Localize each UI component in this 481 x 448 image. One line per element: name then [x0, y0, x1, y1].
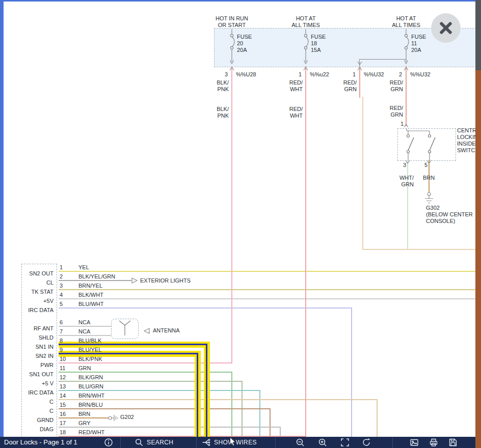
hot-feed-label: HOT AT ALL TIMES [278, 15, 334, 29]
connector-arrow-icon [229, 67, 234, 71]
connector-signal-label: +5 V [20, 380, 54, 387]
wire-segment [59, 326, 116, 327]
wire-name: BRN [78, 411, 90, 417]
wire-segment [59, 307, 352, 309]
wire-color-label: RED/ GRN [381, 105, 403, 118]
wire-segment [59, 390, 260, 391]
connector-signal-label: SN1 OUT [20, 371, 54, 378]
junction-connector-name: %%U28 [236, 71, 256, 78]
pin-number: 17 [60, 420, 66, 427]
fit-screen-icon[interactable] [340, 438, 350, 447]
switch-pin-number: 3 [395, 162, 406, 169]
wire-segment [259, 390, 260, 437]
connector-signal-label: IRC DATA [20, 389, 54, 396]
junction-pin-number: 3 [216, 71, 228, 78]
wire-segment [362, 249, 475, 250]
info-icon[interactable] [104, 438, 113, 447]
wire-name: BRN/BLU [78, 402, 103, 408]
wire-segment [59, 289, 475, 290]
toolbar-divider [196, 437, 197, 447]
pin-number: 15 [60, 402, 66, 408]
connector-arrow-icon [303, 67, 308, 71]
junction-connector-name: %%u22 [310, 71, 329, 78]
pin-number: 3 [60, 283, 63, 289]
junction-pin-number: 1 [343, 71, 356, 78]
wire-segment [406, 66, 407, 126]
connector-signal-label: SN2 IN [20, 353, 54, 359]
hot-feed-label: HOT IN RUN OR START [204, 15, 260, 29]
g302-location-label: (BELOW CENTER CONSOLE) [426, 211, 473, 225]
wire-name: BLU/YEL [78, 347, 101, 353]
wire-name: BLK/PNK [78, 356, 102, 362]
wire-name: GRY [78, 420, 91, 427]
g302-label: G302 [426, 205, 440, 211]
fuse-icon [226, 28, 238, 66]
bottom-toolbar: Door Locks - Page 1 of 1 SEARCH SHOW WIR… [0, 437, 475, 448]
exterior-lights-label: EXTERIOR LIGHTS [140, 277, 191, 284]
antenna-arrow-icon [143, 327, 150, 334]
wire-segment [59, 271, 475, 272]
pin-number: 14 [60, 393, 66, 399]
toolbar-divider [120, 437, 121, 447]
save-icon[interactable] [448, 438, 458, 447]
junction-pin-number: 2 [390, 71, 402, 78]
connector-signal-label: SN2 OUT [20, 270, 54, 277]
wire-highlight-segment [206, 344, 207, 437]
fuse-icon [400, 28, 412, 66]
connector-arrow-icon [404, 124, 409, 128]
junction-connector-name: %%U32 [410, 71, 431, 78]
hot-feed-label: HOT AT ALL TIMES [378, 15, 434, 29]
wire-color-label: RED/ WHT [280, 106, 303, 119]
search-button[interactable]: SEARCH [147, 439, 173, 446]
wire-segment [59, 335, 116, 336]
wire-segment [280, 427, 281, 437]
wire-segment [231, 66, 232, 363]
pin-number: 2 [60, 273, 63, 280]
image-icon[interactable] [410, 438, 419, 447]
wire-segment [305, 66, 306, 437]
switch-symbol [398, 129, 456, 160]
switch-box [397, 128, 456, 161]
wire-name: BLU/BLK [78, 338, 101, 344]
right-strip[interactable] [475, 70, 481, 448]
zoom-out-icon[interactable] [296, 438, 305, 447]
wire-highlight-segment [197, 353, 198, 437]
wire-name: NCA [78, 319, 90, 326]
toolbar-divider [275, 437, 276, 447]
rotate-icon[interactable] [362, 438, 371, 447]
connector-signal-label: DIAG [20, 426, 54, 433]
search-icon[interactable] [135, 438, 144, 447]
wire-name: BRN/WHT [78, 393, 104, 399]
wire-color-label: RED/ GRN [381, 79, 403, 93]
connector-signal-label: +5V [20, 298, 54, 304]
connector-signal-label: RF ANT [20, 325, 54, 332]
wire-segment [407, 160, 408, 249]
exterior-lights-arrow-icon [131, 277, 138, 284]
wire-color-label: BLK/ PNK [206, 106, 229, 119]
pin-number: 11 [60, 365, 65, 372]
pin-number: 1 [60, 264, 63, 271]
show-wires-icon[interactable] [202, 438, 211, 447]
wire-name: YEL [78, 264, 89, 271]
wire-name: BRN/YEL [78, 283, 102, 289]
right-strip-top [475, 0, 481, 70]
connector-signal-label: GRND [20, 417, 54, 424]
fuse-label: FUSE 11 20A [411, 34, 426, 53]
switch-pin-number: 1 [392, 121, 404, 127]
window-left-border [0, 0, 4, 437]
wire-segment [59, 381, 243, 382]
wire-color-label: BRN [423, 175, 435, 181]
zoom-in-icon[interactable] [318, 438, 327, 447]
wire-segment [59, 280, 131, 281]
wire-name: BLU/GRN [78, 383, 103, 390]
print-icon[interactable] [429, 438, 438, 447]
junction-pin-number: 1 [289, 71, 302, 78]
page-title: Door Locks - Page 1 of 1 [4, 438, 77, 446]
mouse-cursor [229, 437, 236, 447]
pin-number: 10 [60, 356, 66, 362]
close-button[interactable] [431, 13, 461, 43]
connector-signal-label: C [20, 408, 54, 414]
wire-segment [59, 427, 281, 428]
antenna-box [111, 319, 139, 339]
g202-label: G202 [120, 414, 134, 421]
